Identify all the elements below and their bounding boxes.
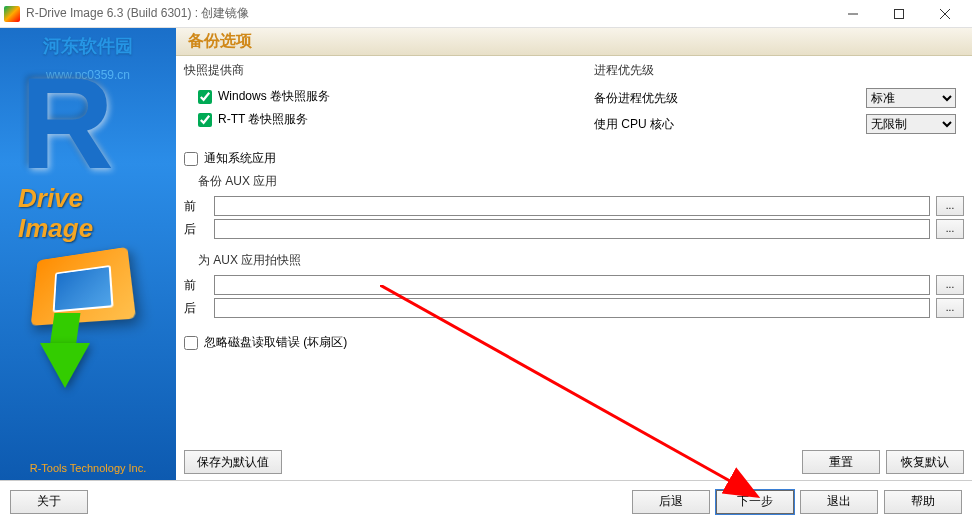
window-title: R-Drive Image 6.3 (Build 6301) : 创建镜像 — [26, 5, 830, 22]
company-footer: R-Tools Technology Inc. — [0, 462, 176, 474]
aux-snapshot-after-browse[interactable]: ... — [936, 298, 964, 318]
next-button[interactable]: 下一步 — [716, 490, 794, 514]
logo-r-icon: R — [20, 58, 150, 188]
page-title: 备份选项 — [176, 28, 972, 56]
aux-backup-label: 备份 AUX 应用 — [198, 173, 964, 190]
logo-image-text: Image — [18, 213, 93, 244]
ignore-errors-input[interactable] — [184, 336, 198, 350]
ignore-errors-checkbox[interactable]: 忽略磁盘读取错误 (坏扇区) — [184, 334, 964, 351]
aux-snapshot-after-label: 后 — [184, 300, 208, 317]
windows-snapshot-label: Windows 卷快照服务 — [218, 88, 330, 105]
cpu-cores-select[interactable]: 无限制 — [866, 114, 956, 134]
cpu-cores-label: 使用 CPU 核心 — [594, 116, 674, 133]
aux-snapshot-before-label: 前 — [184, 277, 208, 294]
app-icon — [4, 6, 20, 22]
backup-priority-label: 备份进程优先级 — [594, 90, 678, 107]
rtt-snapshot-label: R-TT 卷快照服务 — [218, 111, 308, 128]
rtt-snapshot-checkbox[interactable]: R-TT 卷快照服务 — [198, 111, 574, 128]
exit-button[interactable]: 退出 — [800, 490, 878, 514]
notify-system-input[interactable] — [184, 152, 198, 166]
aux-backup-before-input[interactable] — [214, 196, 930, 216]
reset-button[interactable]: 重置 — [802, 450, 880, 474]
notify-system-label: 通知系统应用 — [204, 150, 276, 167]
aux-backup-before-label: 前 — [184, 198, 208, 215]
backup-priority-select[interactable]: 标准 — [866, 88, 956, 108]
windows-snapshot-input[interactable] — [198, 90, 212, 104]
priority-label: 进程优先级 — [594, 62, 956, 79]
titlebar: R-Drive Image 6.3 (Build 6301) : 创建镜像 — [0, 0, 972, 28]
svg-rect-0 — [895, 9, 904, 18]
windows-snapshot-checkbox[interactable]: Windows 卷快照服务 — [198, 88, 574, 105]
aux-backup-before-browse[interactable]: ... — [936, 196, 964, 216]
maximize-button[interactable] — [876, 0, 922, 28]
ignore-errors-label: 忽略磁盘读取错误 (坏扇区) — [204, 334, 347, 351]
notify-system-checkbox[interactable]: 通知系统应用 — [184, 150, 964, 167]
window-controls — [830, 0, 968, 28]
folder-graphic-icon — [30, 248, 140, 388]
aux-snapshot-after-input[interactable] — [214, 298, 930, 318]
footer-bar: 关于 后退 下一步 退出 帮助 — [0, 480, 972, 522]
close-button[interactable] — [922, 0, 968, 28]
content-panel: 备份选项 快照提供商 Windows 卷快照服务 R-TT 卷快照服务 进程优先… — [176, 28, 972, 480]
minimize-button[interactable] — [830, 0, 876, 28]
back-button[interactable]: 后退 — [632, 490, 710, 514]
options-button-bar: 保存为默认值 重置 恢复默认 — [184, 450, 964, 474]
rtt-snapshot-input[interactable] — [198, 113, 212, 127]
main-area: 河东软件园 www.pc0359.cn R Drive Image R-Tool… — [0, 28, 972, 480]
restore-default-button[interactable]: 恢复默认 — [886, 450, 964, 474]
save-default-button[interactable]: 保存为默认值 — [184, 450, 282, 474]
aux-backup-after-label: 后 — [184, 221, 208, 238]
sidebar: 河东软件园 www.pc0359.cn R Drive Image R-Tool… — [0, 28, 176, 480]
aux-snapshot-label: 为 AUX 应用拍快照 — [198, 252, 964, 269]
options-area: 快照提供商 Windows 卷快照服务 R-TT 卷快照服务 进程优先级 备份进… — [176, 56, 972, 360]
logo-drive-text: Drive — [18, 183, 83, 214]
aux-backup-after-browse[interactable]: ... — [936, 219, 964, 239]
snapshot-provider-label: 快照提供商 — [184, 62, 574, 79]
aux-snapshot-before-input[interactable] — [214, 275, 930, 295]
aux-backup-after-input[interactable] — [214, 219, 930, 239]
about-button[interactable]: 关于 — [10, 490, 88, 514]
help-button[interactable]: 帮助 — [884, 490, 962, 514]
aux-snapshot-before-browse[interactable]: ... — [936, 275, 964, 295]
